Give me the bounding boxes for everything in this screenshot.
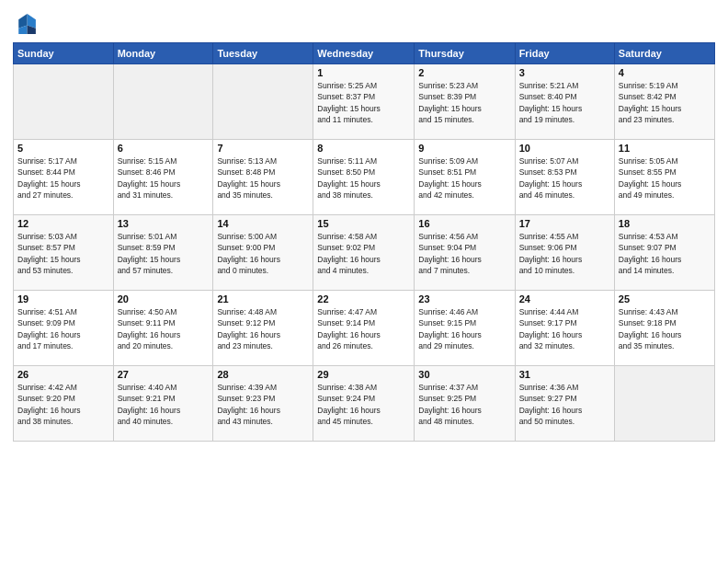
- day-info: Sunrise: 5:11 AMSunset: 8:50 PMDaylight:…: [317, 155, 410, 201]
- day-cell: 24Sunrise: 4:44 AMSunset: 9:17 PMDayligh…: [515, 291, 614, 366]
- day-cell: 8Sunrise: 5:11 AMSunset: 8:50 PMDaylight…: [313, 140, 415, 215]
- day-number: 20: [118, 293, 210, 304]
- week-row-3: 12Sunrise: 5:03 AMSunset: 8:57 PMDayligh…: [14, 215, 715, 291]
- day-cell: 28Sunrise: 4:39 AMSunset: 9:23 PMDayligh…: [213, 366, 313, 442]
- day-number: 27: [118, 369, 210, 380]
- day-number: 6: [118, 143, 210, 154]
- day-info: Sunrise: 4:38 AMSunset: 9:24 PMDaylight:…: [317, 382, 410, 427]
- day-info: Sunrise: 4:48 AMSunset: 9:12 PMDaylight:…: [217, 306, 309, 351]
- day-cell: 18Sunrise: 4:53 AMSunset: 9:07 PMDayligh…: [614, 215, 714, 291]
- weekday-header-tuesday: Tuesday: [213, 43, 313, 64]
- day-number: 7: [217, 143, 309, 154]
- day-cell: 30Sunrise: 4:37 AMSunset: 9:25 PMDayligh…: [415, 366, 515, 442]
- day-info: Sunrise: 4:46 AMSunset: 9:15 PMDaylight:…: [418, 306, 510, 351]
- day-info: Sunrise: 4:37 AMSunset: 9:25 PMDaylight:…: [418, 382, 510, 427]
- calendar-table: SundayMondayTuesdayWednesdayThursdayFrid…: [13, 42, 715, 442]
- day-info: Sunrise: 4:51 AMSunset: 9:09 PMDaylight:…: [17, 306, 109, 351]
- day-cell: 20Sunrise: 4:50 AMSunset: 9:11 PMDayligh…: [113, 291, 213, 366]
- day-cell: 21Sunrise: 4:48 AMSunset: 9:12 PMDayligh…: [213, 291, 313, 366]
- day-cell: 1Sunrise: 5:25 AMSunset: 8:37 PMDaylight…: [313, 64, 415, 140]
- day-number: 19: [17, 293, 109, 304]
- day-number: 14: [217, 218, 309, 229]
- day-cell: 13Sunrise: 5:01 AMSunset: 8:59 PMDayligh…: [113, 215, 213, 291]
- day-number: 25: [619, 293, 711, 304]
- day-info: Sunrise: 4:36 AMSunset: 9:27 PMDaylight:…: [519, 382, 610, 427]
- weekday-header-wednesday: Wednesday: [313, 43, 415, 64]
- day-info: Sunrise: 4:50 AMSunset: 9:11 PMDaylight:…: [118, 306, 210, 351]
- day-number: 2: [418, 67, 510, 78]
- weekday-header-row: SundayMondayTuesdayWednesdayThursdayFrid…: [14, 43, 715, 64]
- day-info: Sunrise: 5:25 AMSunset: 8:37 PMDaylight:…: [317, 80, 410, 125]
- day-info: Sunrise: 5:21 AMSunset: 8:40 PMDaylight:…: [519, 80, 610, 125]
- day-cell: 19Sunrise: 4:51 AMSunset: 9:09 PMDayligh…: [14, 291, 114, 366]
- day-number: 16: [418, 218, 510, 229]
- day-cell: 22Sunrise: 4:47 AMSunset: 9:14 PMDayligh…: [313, 291, 415, 366]
- day-cell: 16Sunrise: 4:56 AMSunset: 9:04 PMDayligh…: [415, 215, 515, 291]
- day-number: 12: [17, 218, 109, 229]
- day-number: 17: [519, 218, 610, 229]
- day-info: Sunrise: 5:05 AMSunset: 8:55 PMDaylight:…: [619, 155, 711, 201]
- day-number: 21: [217, 293, 309, 304]
- page-container: SundayMondayTuesdayWednesdayThursdayFrid…: [0, 0, 728, 563]
- day-number: 3: [519, 67, 610, 78]
- day-number: 31: [519, 369, 610, 380]
- day-info: Sunrise: 4:40 AMSunset: 9:21 PMDaylight:…: [118, 382, 210, 427]
- day-number: 1: [317, 67, 410, 78]
- day-info: Sunrise: 5:01 AMSunset: 8:59 PMDaylight:…: [118, 231, 210, 276]
- day-number: 15: [317, 218, 410, 229]
- day-cell: 26Sunrise: 4:42 AMSunset: 9:20 PMDayligh…: [14, 366, 114, 442]
- day-info: Sunrise: 5:17 AMSunset: 8:44 PMDaylight:…: [17, 155, 109, 201]
- day-number: 23: [418, 293, 510, 304]
- day-cell: 5Sunrise: 5:17 AMSunset: 8:44 PMDaylight…: [14, 140, 114, 215]
- weekday-header-thursday: Thursday: [415, 43, 515, 64]
- day-number: 26: [17, 369, 109, 380]
- day-info: Sunrise: 5:00 AMSunset: 9:00 PMDaylight:…: [217, 231, 309, 276]
- day-info: Sunrise: 5:15 AMSunset: 8:46 PMDaylight:…: [118, 155, 210, 201]
- day-cell: 15Sunrise: 4:58 AMSunset: 9:02 PMDayligh…: [313, 215, 415, 291]
- day-number: 11: [619, 143, 711, 154]
- day-info: Sunrise: 4:39 AMSunset: 9:23 PMDaylight:…: [217, 382, 309, 427]
- day-cell: 23Sunrise: 4:46 AMSunset: 9:15 PMDayligh…: [415, 291, 515, 366]
- logo: [13, 11, 42, 37]
- day-number: 24: [519, 293, 610, 304]
- day-info: Sunrise: 4:58 AMSunset: 9:02 PMDaylight:…: [317, 231, 410, 276]
- day-info: Sunrise: 4:56 AMSunset: 9:04 PMDaylight:…: [418, 231, 510, 276]
- day-info: Sunrise: 5:19 AMSunset: 8:42 PMDaylight:…: [619, 80, 711, 125]
- day-number: 13: [118, 218, 210, 229]
- logo-icon: [13, 11, 39, 37]
- day-cell: 10Sunrise: 5:07 AMSunset: 8:53 PMDayligh…: [515, 140, 614, 215]
- day-number: 4: [619, 67, 711, 78]
- week-row-1: 1Sunrise: 5:25 AMSunset: 8:37 PMDaylight…: [14, 64, 715, 140]
- day-info: Sunrise: 5:07 AMSunset: 8:53 PMDaylight:…: [519, 155, 610, 201]
- day-number: 9: [418, 143, 510, 154]
- day-number: 28: [217, 369, 309, 380]
- day-cell: [113, 64, 213, 140]
- day-number: 5: [17, 143, 109, 154]
- day-number: 29: [317, 369, 410, 380]
- day-info: Sunrise: 4:42 AMSunset: 9:20 PMDaylight:…: [17, 382, 109, 427]
- day-cell: 4Sunrise: 5:19 AMSunset: 8:42 PMDaylight…: [614, 64, 714, 140]
- day-cell: 31Sunrise: 4:36 AMSunset: 9:27 PMDayligh…: [515, 366, 614, 442]
- week-row-4: 19Sunrise: 4:51 AMSunset: 9:09 PMDayligh…: [14, 291, 715, 366]
- day-cell: 25Sunrise: 4:43 AMSunset: 9:18 PMDayligh…: [614, 291, 714, 366]
- day-number: 22: [317, 293, 410, 304]
- day-cell: 17Sunrise: 4:55 AMSunset: 9:06 PMDayligh…: [515, 215, 614, 291]
- day-cell: 29Sunrise: 4:38 AMSunset: 9:24 PMDayligh…: [313, 366, 415, 442]
- week-row-5: 26Sunrise: 4:42 AMSunset: 9:20 PMDayligh…: [14, 366, 715, 442]
- day-cell: [614, 366, 714, 442]
- day-cell: 6Sunrise: 5:15 AMSunset: 8:46 PMDaylight…: [113, 140, 213, 215]
- day-info: Sunrise: 4:47 AMSunset: 9:14 PMDaylight:…: [317, 306, 410, 351]
- header: [13, 11, 715, 37]
- day-info: Sunrise: 5:13 AMSunset: 8:48 PMDaylight:…: [217, 155, 309, 201]
- weekday-header-saturday: Saturday: [614, 43, 714, 64]
- day-info: Sunrise: 4:53 AMSunset: 9:07 PMDaylight:…: [619, 231, 711, 276]
- day-number: 18: [619, 218, 711, 229]
- day-cell: 11Sunrise: 5:05 AMSunset: 8:55 PMDayligh…: [614, 140, 714, 215]
- day-number: 10: [519, 143, 610, 154]
- day-cell: 3Sunrise: 5:21 AMSunset: 8:40 PMDaylight…: [515, 64, 614, 140]
- day-number: 8: [317, 143, 410, 154]
- day-cell: 12Sunrise: 5:03 AMSunset: 8:57 PMDayligh…: [14, 215, 114, 291]
- day-number: 30: [418, 369, 510, 380]
- weekday-header-monday: Monday: [113, 43, 213, 64]
- weekday-header-friday: Friday: [515, 43, 614, 64]
